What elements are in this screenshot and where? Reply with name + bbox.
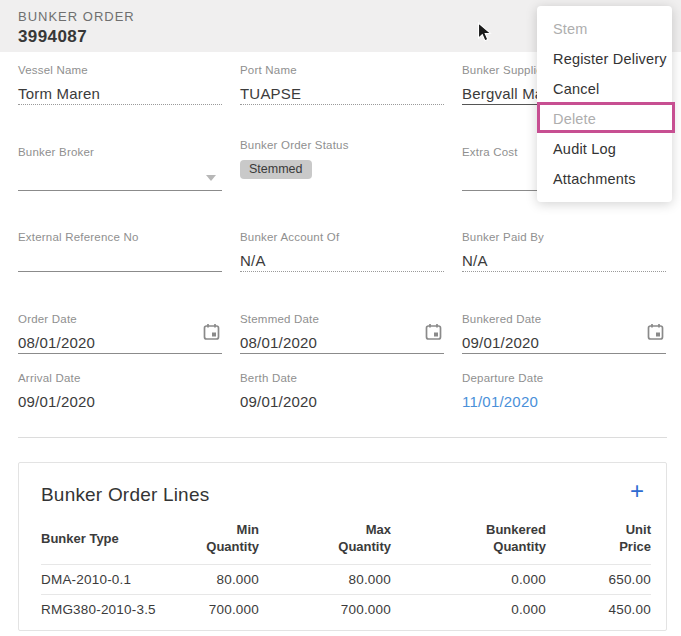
- cell-bunker-type[interactable]: RMG380-2010-3.5: [41, 595, 171, 625]
- menu-item-stem: Stem: [537, 14, 672, 44]
- calendar-icon[interactable]: [647, 323, 664, 345]
- cell-bunkered-quantity[interactable]: 0.000: [391, 595, 546, 625]
- calendar-icon[interactable]: [203, 323, 220, 345]
- cell-min-quantity[interactable]: 80.000: [171, 565, 259, 595]
- stemmed-date-label: Stemmed Date: [240, 313, 444, 327]
- status-badge: Stemmed: [240, 160, 312, 179]
- table-row[interactable]: DMA-2010-0.1 80.000 80.000 0.000 650.00: [41, 565, 651, 595]
- col-bunker-type: Bunker Type: [41, 521, 171, 565]
- bunker-account-of-value[interactable]: N/A: [240, 252, 444, 272]
- cell-max-quantity[interactable]: 700.000: [259, 595, 391, 625]
- departure-date-field[interactable]: Departure Date 11/01/2020: [462, 372, 666, 413]
- bunker-broker-field[interactable]: Bunker Broker: [18, 146, 222, 191]
- arrival-date-field: Arrival Date 09/01/2020: [18, 372, 222, 413]
- table-row[interactable]: RMG380-2010-3.5 700.000 700.000 0.000 45…: [41, 595, 651, 625]
- bunker-order-page: BUNKER ORDER 3994087 Vessel Name Torm Ma…: [0, 0, 681, 636]
- bunker-broker-label: Bunker Broker: [18, 146, 222, 160]
- external-reference-field[interactable]: External Reference No: [18, 231, 222, 272]
- section-divider: [18, 437, 667, 438]
- menu-item-register-delivery[interactable]: Register Delivery: [537, 44, 672, 74]
- col-min-quantity: MinQuantity: [171, 521, 259, 565]
- bunkered-date-value[interactable]: 09/01/2020: [462, 334, 666, 354]
- order-date-label: Order Date: [18, 313, 222, 327]
- order-number: 3994087: [18, 27, 87, 47]
- bunker-order-status-field: Bunker Order Status Stemmed: [240, 139, 444, 179]
- arrival-date-label: Arrival Date: [18, 372, 222, 386]
- col-max-quantity: MaxQuantity: [259, 521, 391, 565]
- bunker-broker-value[interactable]: [18, 167, 222, 191]
- bunker-order-lines-title: Bunker Order Lines: [41, 484, 209, 506]
- col-unit-price: UnitPrice: [546, 521, 651, 565]
- vessel-name-label: Vessel Name: [18, 64, 222, 78]
- bunker-account-of-field[interactable]: Bunker Account Of N/A: [240, 231, 444, 272]
- add-order-line-button[interactable]: +: [630, 479, 644, 503]
- cell-min-quantity[interactable]: 700.000: [171, 595, 259, 625]
- bunkered-date-label: Bunkered Date: [462, 313, 666, 327]
- cell-unit-price[interactable]: 450.00: [546, 595, 651, 625]
- external-reference-label: External Reference No: [18, 231, 222, 245]
- bunker-account-of-label: Bunker Account Of: [240, 231, 444, 245]
- calendar-icon[interactable]: [425, 323, 442, 345]
- menu-item-delete: Delete: [537, 104, 672, 134]
- port-name-value[interactable]: TUAPSE: [240, 85, 444, 105]
- bunker-paid-by-field[interactable]: Bunker Paid By N/A: [462, 231, 666, 272]
- vessel-name-field[interactable]: Vessel Name Torm Maren: [18, 64, 222, 105]
- bunkered-date-field[interactable]: Bunkered Date 09/01/2020: [462, 313, 666, 354]
- departure-date-label: Departure Date: [462, 372, 666, 386]
- vessel-name-value[interactable]: Torm Maren: [18, 85, 222, 105]
- cell-bunker-type[interactable]: DMA-2010-0.1: [41, 565, 171, 595]
- col-bunkered-quantity: BunkeredQuantity: [391, 521, 546, 565]
- stemmed-date-field[interactable]: Stemmed Date 08/01/2020: [240, 313, 444, 354]
- order-date-field[interactable]: Order Date 08/01/2020: [18, 313, 222, 354]
- bunker-order-status-label: Bunker Order Status: [240, 139, 444, 153]
- departure-date-link[interactable]: 11/01/2020: [462, 393, 666, 413]
- page-title: BUNKER ORDER: [18, 9, 135, 24]
- bunker-order-lines-card: Bunker Order Lines + Bunker Type MinQuan…: [18, 462, 667, 631]
- external-reference-value[interactable]: [18, 252, 222, 272]
- port-name-label: Port Name: [240, 64, 444, 78]
- chevron-down-icon[interactable]: [206, 175, 216, 181]
- port-name-field[interactable]: Port Name TUAPSE: [240, 64, 444, 105]
- berth-date-value: 09/01/2020: [240, 393, 444, 413]
- cell-unit-price[interactable]: 650.00: [546, 565, 651, 595]
- table-header-row: Bunker Type MinQuantity MaxQuantity Bunk…: [41, 521, 651, 565]
- bunker-paid-by-label: Bunker Paid By: [462, 231, 666, 245]
- bunker-paid-by-value[interactable]: N/A: [462, 252, 666, 272]
- arrival-date-value: 09/01/2020: [18, 393, 222, 413]
- berth-date-field: Berth Date 09/01/2020: [240, 372, 444, 413]
- menu-item-cancel[interactable]: Cancel: [537, 74, 672, 104]
- menu-item-attachments[interactable]: Attachments: [537, 164, 672, 194]
- berth-date-label: Berth Date: [240, 372, 444, 386]
- stemmed-date-value[interactable]: 08/01/2020: [240, 334, 444, 354]
- order-lines-table: Bunker Type MinQuantity MaxQuantity Bunk…: [41, 521, 651, 625]
- cell-max-quantity[interactable]: 80.000: [259, 565, 391, 595]
- order-date-value[interactable]: 08/01/2020: [18, 334, 222, 354]
- cell-bunkered-quantity[interactable]: 0.000: [391, 565, 546, 595]
- menu-item-audit-log[interactable]: Audit Log: [537, 134, 672, 164]
- context-menu: Stem Register Delivery Cancel Delete Aud…: [537, 6, 672, 202]
- mouse-cursor-icon: [477, 22, 493, 48]
